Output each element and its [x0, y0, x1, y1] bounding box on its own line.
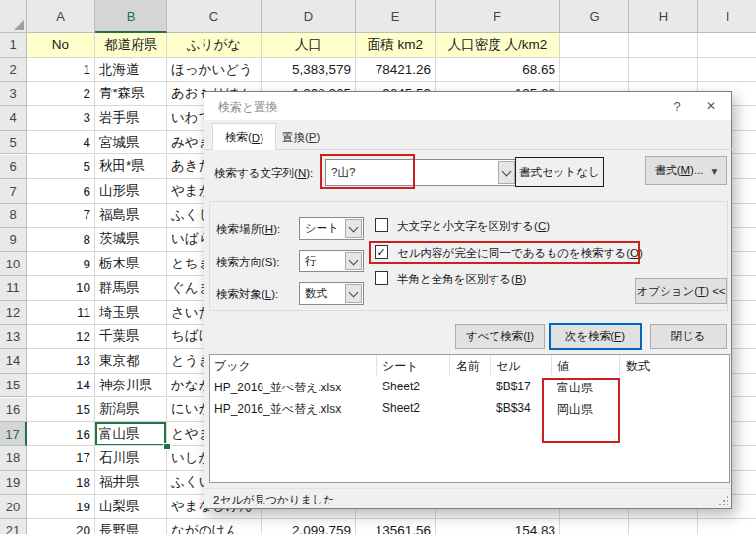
cell-B19[interactable]: 福井県 [95, 471, 167, 496]
cell-B4[interactable]: 岩手県 [95, 106, 167, 131]
cell-B14[interactable]: 東京都 [95, 349, 167, 374]
cell-C21[interactable]: ながのけん [167, 519, 262, 534]
cell-H1[interactable] [629, 33, 698, 58]
cell-A21[interactable]: 20 [27, 519, 95, 534]
cell-B21[interactable]: 長野県 [95, 519, 167, 534]
cell-A6[interactable]: 5 [27, 155, 95, 180]
format-preview-button[interactable]: 書式セットなし [515, 157, 604, 187]
find-all-button[interactable]: すべて検索(I) [455, 324, 545, 349]
cell-A11[interactable]: 10 [27, 276, 95, 301]
row-header-6[interactable]: 6 [0, 155, 27, 180]
row-header-18[interactable]: 18 [0, 446, 27, 471]
tab-replace[interactable]: 置換(P) [270, 125, 331, 148]
cell-E21[interactable]: 13561.56 [356, 519, 436, 534]
row-header-8[interactable]: 8 [0, 204, 27, 228]
cell-B9[interactable]: 茨城県 [95, 228, 167, 253]
direction-select[interactable]: 行 [299, 250, 364, 272]
search-value[interactable]: ?山? [326, 165, 497, 180]
cell-B12[interactable]: 埼玉県 [95, 301, 167, 326]
results-column-header[interactable]: セル [496, 358, 521, 375]
column-header-I[interactable]: I [698, 0, 756, 33]
cell-I21[interactable] [698, 519, 756, 534]
fill-handle[interactable] [163, 443, 171, 450]
row-header-5[interactable]: 5 [0, 131, 27, 155]
dialog-titlebar[interactable]: 検索と置換 ? ✕ [204, 92, 731, 120]
cell-D2[interactable]: 5,383,579 [262, 58, 356, 83]
cell-B10[interactable]: 栃木県 [95, 252, 167, 276]
cell-A18[interactable]: 17 [27, 446, 95, 471]
cell-A20[interactable]: 19 [27, 495, 95, 519]
cell-B15[interactable]: 神奈川県 [95, 374, 167, 398]
cell-B3[interactable]: 青*森県 [95, 82, 167, 106]
results-column-header[interactable]: ブック [214, 358, 251, 375]
row-header-11[interactable]: 11 [0, 276, 27, 301]
cell-B2[interactable]: 北海道 [95, 58, 167, 83]
cell-A12[interactable]: 11 [27, 301, 95, 326]
cell-B11[interactable]: 群馬県 [95, 276, 167, 301]
result-row-1-book[interactable]: HP_2016_並べ替え.xlsx [214, 380, 341, 396]
cell-A13[interactable]: 12 [27, 325, 95, 349]
find-next-button[interactable]: 次を検索(F) [549, 323, 642, 350]
row-header-17[interactable]: 17 [0, 422, 27, 446]
row-header-14[interactable]: 14 [0, 349, 27, 374]
cell-A14[interactable]: 13 [27, 349, 95, 374]
cell-A7[interactable]: 6 [27, 179, 95, 204]
row-header-3[interactable]: 3 [0, 82, 27, 106]
direction-dropdown-button[interactable] [345, 252, 362, 270]
result-row-1-sheet[interactable]: Sheet2 [382, 380, 420, 393]
row-header-12[interactable]: 12 [0, 301, 27, 326]
cell-D21[interactable]: 2,099,759 [262, 519, 356, 534]
result-row-1-value[interactable]: 富山県 [557, 380, 593, 396]
results-column-header[interactable]: 値 [557, 358, 569, 375]
within-dropdown-button[interactable] [345, 219, 362, 238]
cell-F2[interactable]: 68.65 [436, 58, 560, 83]
column-header-H[interactable]: H [629, 0, 698, 33]
cell-E2[interactable]: 78421.26 [356, 58, 436, 83]
cell-B18[interactable]: 石川県 [95, 446, 167, 471]
cell-A15[interactable]: 14 [27, 374, 95, 398]
resize-grip-icon[interactable] [718, 495, 729, 506]
select-all-corner[interactable] [0, 0, 27, 33]
row-header-16[interactable]: 16 [0, 398, 27, 423]
column-header-A[interactable]: A [27, 0, 95, 33]
help-icon[interactable]: ? [665, 96, 690, 116]
cell-H21[interactable] [629, 519, 698, 534]
match-width-checkbox[interactable] [375, 271, 388, 285]
results-column-header[interactable]: 名前 [456, 358, 480, 375]
result-row-2-value[interactable]: 岡山県 [557, 401, 593, 418]
cell-B1[interactable]: 都道府県 [95, 33, 167, 58]
within-select[interactable]: シート [299, 217, 364, 240]
column-header-F[interactable]: F [436, 0, 560, 33]
match-case-checkbox[interactable] [375, 218, 388, 232]
cell-A3[interactable]: 2 [27, 82, 95, 106]
cell-A4[interactable]: 3 [27, 106, 95, 131]
cell-D1[interactable]: 人口 [262, 33, 356, 58]
row-header-10[interactable]: 10 [0, 252, 27, 276]
cell-I2[interactable] [698, 58, 756, 83]
cell-A5[interactable]: 4 [27, 131, 95, 155]
cell-A2[interactable]: 1 [27, 58, 95, 83]
cell-B8[interactable]: 福島県 [95, 204, 167, 228]
row-header-2[interactable]: 2 [0, 58, 27, 83]
result-row-2-cell[interactable]: $B$34 [496, 401, 531, 415]
cell-F1[interactable]: 人口密度 人/km2 [436, 33, 560, 58]
cell-A8[interactable]: 7 [27, 204, 95, 228]
close-button[interactable]: 閉じる [650, 324, 727, 349]
cell-B17[interactable]: 富山県 [95, 422, 167, 446]
cell-E1[interactable]: 面積 km2 [356, 33, 436, 58]
row-header-21[interactable]: 21 [0, 519, 27, 534]
column-header-C[interactable]: C [167, 0, 262, 33]
column-header-G[interactable]: G [560, 0, 629, 33]
cell-B16[interactable]: 新潟県 [95, 398, 167, 423]
cell-A10[interactable]: 9 [27, 252, 95, 276]
search-results-list[interactable]: ブックシート名前セル値数式HP_2016_並べ替え.xlsxSheet2$B$1… [209, 354, 730, 483]
row-header-19[interactable]: 19 [0, 471, 27, 496]
look-in-dropdown-button[interactable] [345, 284, 362, 303]
cell-A17[interactable]: 16 [27, 422, 95, 446]
results-column-header[interactable]: シート [382, 358, 419, 375]
cell-F21[interactable]: 154.83 [436, 519, 560, 534]
column-header-B[interactable]: B [95, 0, 167, 33]
search-input[interactable]: ?山? [325, 159, 517, 186]
cell-G1[interactable] [560, 33, 629, 58]
row-header-1[interactable]: 1 [0, 33, 27, 58]
